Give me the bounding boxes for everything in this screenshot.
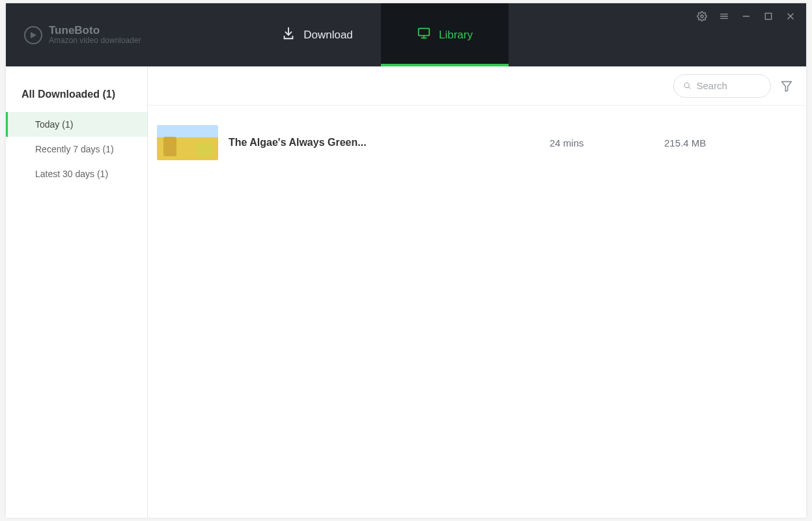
- sidebar: All Downloaded (1) Today (1) Recently 7 …: [6, 66, 148, 518]
- video-duration: 24 mins: [550, 137, 654, 148]
- menu-button[interactable]: [718, 10, 731, 23]
- brand-text: TuneBoto Amazon video downloader: [49, 24, 141, 46]
- minimize-button[interactable]: [740, 10, 753, 23]
- brand-name: TuneBoto: [49, 24, 141, 37]
- maximize-button[interactable]: [762, 10, 775, 23]
- menu-icon: [719, 11, 729, 21]
- sidebar-item-label: Latest 30 days (1): [35, 169, 108, 179]
- window-controls: [695, 10, 797, 23]
- filter-icon: [780, 79, 793, 92]
- video-thumbnail: [157, 125, 218, 160]
- search-input[interactable]: [696, 80, 761, 91]
- close-button[interactable]: [784, 10, 797, 23]
- svg-point-2: [701, 15, 703, 18]
- brand-logo-icon: [24, 26, 42, 44]
- title-bar: TuneBoto Amazon video downloader Downloa…: [6, 3, 806, 66]
- close-icon: [785, 11, 796, 21]
- tab-download-label: Download: [303, 29, 353, 42]
- app-window: TuneBoto Amazon video downloader Downloa…: [6, 3, 806, 518]
- sidebar-item-today[interactable]: Today (1): [6, 112, 147, 137]
- svg-marker-12: [782, 81, 792, 91]
- video-title: The Algae's Always Green...: [229, 137, 539, 148]
- tab-library[interactable]: Library: [381, 3, 509, 66]
- tab-download[interactable]: Download: [253, 3, 381, 66]
- video-size: 215.4 MB: [664, 137, 794, 148]
- maximize-icon: [763, 11, 774, 21]
- minimize-icon: [741, 11, 751, 21]
- svg-line-11: [689, 87, 690, 89]
- svg-rect-7: [765, 13, 771, 19]
- svg-rect-1: [419, 29, 430, 36]
- toolbar: [148, 66, 806, 106]
- sidebar-item-label: Recently 7 days (1): [35, 144, 114, 154]
- svg-point-10: [684, 83, 689, 87]
- download-icon: [281, 26, 296, 44]
- library-list: The Algae's Always Green... 24 mins 215.…: [148, 106, 806, 164]
- sidebar-item-label: Today (1): [35, 119, 73, 130]
- main-nav: Download Library: [253, 3, 509, 66]
- monitor-icon: [417, 26, 431, 44]
- tab-library-label: Library: [439, 29, 473, 42]
- sidebar-header: All Downloaded (1): [6, 78, 147, 112]
- sidebar-item-recent-7[interactable]: Recently 7 days (1): [6, 137, 147, 162]
- main-panel: The Algae's Always Green... 24 mins 215.…: [148, 66, 806, 518]
- search-icon: [683, 81, 691, 91]
- sidebar-item-latest-30[interactable]: Latest 30 days (1): [6, 162, 147, 186]
- search-box[interactable]: [673, 74, 771, 98]
- brand-subtitle: Amazon video downloader: [49, 36, 141, 46]
- svg-marker-0: [31, 32, 36, 38]
- gear-icon: [697, 11, 707, 21]
- brand-block: TuneBoto Amazon video downloader: [6, 3, 253, 66]
- filter-button[interactable]: [779, 78, 794, 94]
- app-body: All Downloaded (1) Today (1) Recently 7 …: [6, 66, 806, 518]
- settings-button[interactable]: [695, 10, 708, 23]
- library-row[interactable]: The Algae's Always Green... 24 mins 215.…: [157, 121, 794, 164]
